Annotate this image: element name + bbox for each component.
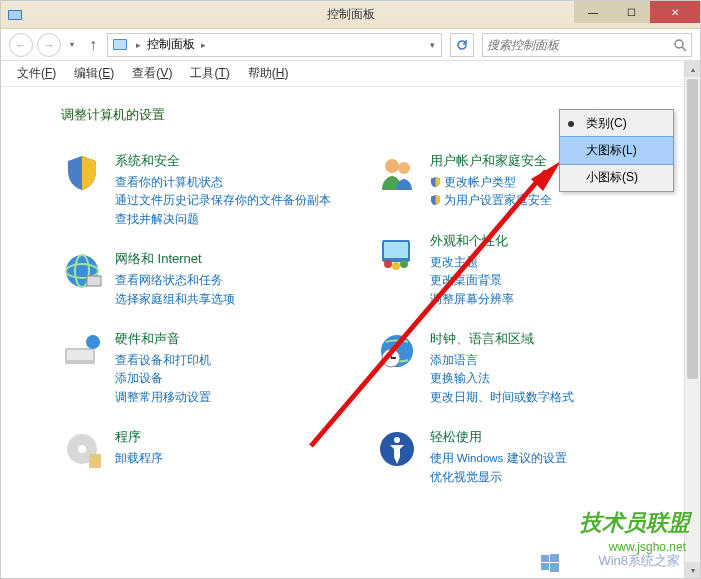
svg-rect-31	[541, 555, 549, 562]
category-link[interactable]: 优化视觉显示	[430, 468, 661, 486]
history-dropdown[interactable]: ▾	[65, 40, 79, 49]
category-link[interactable]: 通过文件历史记录保存你的文件备份副本	[115, 191, 346, 209]
scrollbar-thumb[interactable]	[687, 79, 698, 379]
refresh-button[interactable]	[450, 33, 474, 57]
category-link[interactable]: 查看你的计算机状态	[115, 173, 346, 191]
address-bar[interactable]: ▸ 控制面板 ▸ ▾	[107, 33, 442, 57]
menu-bar: 文件(F)编辑(E)查看(V)工具(T)帮助(H)	[1, 61, 700, 87]
back-button[interactable]: ←	[9, 33, 33, 57]
category-body: 系统和安全查看你的计算机状态通过文件历史记录保存你的文件备份副本查找并解决问题	[115, 152, 346, 228]
category-title[interactable]: 网络和 Internet	[115, 250, 346, 268]
windows-flag-icon	[540, 553, 560, 573]
title-bar: 控制面板 — ☐ ✕	[1, 1, 700, 29]
scrollbar-up[interactable]: ▴	[685, 61, 700, 77]
vertical-scrollbar[interactable]: ▴ ▾	[684, 61, 700, 578]
refresh-icon	[456, 39, 468, 51]
category-link[interactable]: 查看设备和打印机	[115, 351, 346, 369]
category-icon[interactable]	[376, 152, 418, 194]
svg-rect-32	[550, 554, 559, 562]
svg-rect-9	[87, 276, 101, 286]
search-box[interactable]	[482, 33, 692, 57]
category-icon[interactable]	[61, 330, 103, 372]
svg-rect-1	[9, 11, 21, 19]
category-title[interactable]: 硬件和声音	[115, 330, 346, 348]
category-body: 硬件和声音查看设备和打印机添加设备调整常用移动设置	[115, 330, 346, 406]
svg-point-16	[385, 159, 399, 173]
category-icon[interactable]	[376, 232, 418, 274]
category-title[interactable]: 系统和安全	[115, 152, 346, 170]
svg-rect-33	[541, 563, 549, 570]
category-link[interactable]: 使用 Windows 建议的设置	[430, 449, 661, 467]
category-item: 系统和安全查看你的计算机状态通过文件历史记录保存你的文件备份副本查找并解决问题	[61, 152, 346, 228]
control-panel-icon	[7, 7, 23, 23]
category-link[interactable]: 添加设备	[115, 369, 346, 387]
breadcrumb-item[interactable]: 控制面板	[143, 36, 199, 53]
dropdown-item[interactable]: 大图标(L)	[559, 136, 674, 165]
category-icon[interactable]	[376, 330, 418, 372]
category-body: 程序卸载程序	[115, 428, 346, 470]
search-input[interactable]	[487, 38, 673, 52]
svg-point-14	[78, 445, 86, 453]
menu-查看[interactable]: 查看(V)	[124, 62, 180, 85]
content-area: 调整计算机的设置 查看方式: 类别 ▾ 类别(C)大图标(L)小图标(S) 系统…	[1, 87, 700, 506]
category-link[interactable]: 为用户设置家庭安全	[430, 191, 661, 209]
category-link[interactable]: 调整屏幕分辨率	[430, 290, 661, 308]
category-icon[interactable]	[61, 250, 103, 292]
svg-rect-15	[89, 454, 101, 468]
menu-文件[interactable]: 文件(F)	[9, 62, 64, 85]
category-item: 轻松使用使用 Windows 建议的设置优化视觉显示	[376, 428, 661, 486]
category-link[interactable]: 选择家庭组和共享选项	[115, 290, 346, 308]
close-button[interactable]: ✕	[650, 1, 700, 23]
category-title[interactable]: 时钟、语言和区域	[430, 330, 661, 348]
svg-point-4	[675, 40, 683, 48]
menu-工具[interactable]: 工具(T)	[182, 62, 237, 85]
category-link[interactable]: 查找并解决问题	[115, 210, 346, 228]
svg-point-20	[384, 260, 392, 268]
window-title: 控制面板	[327, 6, 375, 23]
category-title[interactable]: 轻松使用	[430, 428, 661, 446]
category-icon[interactable]	[61, 428, 103, 470]
category-body: 网络和 Internet查看网络状态和任务选择家庭组和共享选项	[115, 250, 346, 308]
window-controls: — ☐ ✕	[574, 1, 700, 23]
svg-point-28	[394, 437, 400, 443]
categories-col-right: 用户帐户和家庭安全更改帐户类型为用户设置家庭安全外观和个性化更改主题更改桌面背景…	[376, 152, 661, 486]
breadcrumb-chevron[interactable]: ▸	[199, 40, 208, 50]
category-link[interactable]: 更改日期、时间或数字格式	[430, 388, 661, 406]
svg-rect-11	[67, 350, 93, 360]
maximize-button[interactable]: ☐	[612, 1, 650, 23]
category-item: 外观和个性化更改主题更改桌面背景调整屏幕分辨率	[376, 232, 661, 308]
category-link[interactable]: 查看网络状态和任务	[115, 271, 346, 289]
category-icon[interactable]	[61, 152, 103, 194]
category-item: 网络和 Internet查看网络状态和任务选择家庭组和共享选项	[61, 250, 346, 308]
svg-rect-3	[114, 40, 126, 49]
category-link[interactable]: 添加语言	[430, 351, 661, 369]
navigation-bar: ← → ▾ ↑ ▸ 控制面板 ▸ ▾	[1, 29, 700, 61]
category-link[interactable]: 卸载程序	[115, 449, 346, 467]
svg-line-5	[682, 47, 686, 51]
adjust-settings-title: 调整计算机的设置	[61, 107, 165, 124]
dropdown-item[interactable]: 类别(C)	[560, 110, 673, 137]
view-by-menu: 类别(C)大图标(L)小图标(S)	[559, 109, 674, 192]
category-item: 时钟、语言和区域添加语言更换输入法更改日期、时间或数字格式	[376, 330, 661, 406]
minimize-button[interactable]: —	[574, 1, 612, 23]
category-title[interactable]: 外观和个性化	[430, 232, 661, 250]
breadcrumb-chevron[interactable]: ▸	[134, 40, 143, 50]
watermark-credit: Win8系统之家	[598, 552, 680, 570]
category-body: 外观和个性化更改主题更改桌面背景调整屏幕分辨率	[430, 232, 661, 308]
category-link[interactable]: 调整常用移动设置	[115, 388, 346, 406]
up-button[interactable]: ↑	[83, 35, 103, 55]
category-link[interactable]: 更改桌面背景	[430, 271, 661, 289]
category-link[interactable]: 更改主题	[430, 253, 661, 271]
address-dropdown[interactable]: ▾	[428, 40, 437, 50]
category-link[interactable]: 更换输入法	[430, 369, 661, 387]
watermark-text: 技术员联盟	[580, 508, 690, 538]
dropdown-item[interactable]: 小图标(S)	[560, 164, 673, 191]
forward-button[interactable]: →	[37, 33, 61, 57]
categories-grid: 系统和安全查看你的计算机状态通过文件历史记录保存你的文件备份副本查找并解决问题网…	[61, 152, 660, 486]
categories-col-left: 系统和安全查看你的计算机状态通过文件历史记录保存你的文件备份副本查找并解决问题网…	[61, 152, 346, 486]
scrollbar-down[interactable]: ▾	[685, 562, 700, 578]
category-title[interactable]: 程序	[115, 428, 346, 446]
menu-编辑[interactable]: 编辑(E)	[66, 62, 122, 85]
menu-帮助[interactable]: 帮助(H)	[240, 62, 297, 85]
category-icon[interactable]	[376, 428, 418, 470]
